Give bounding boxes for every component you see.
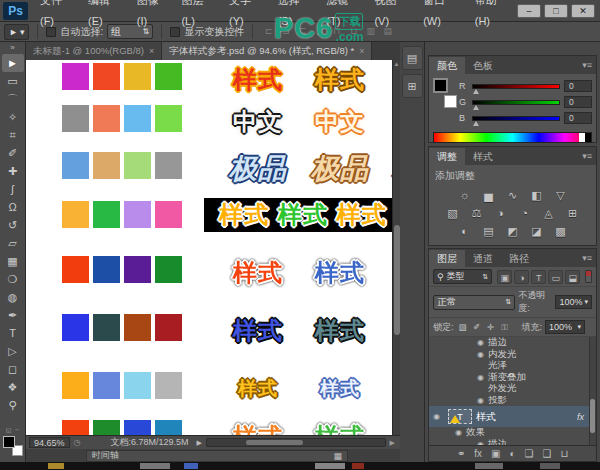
lock-position-icon[interactable]: ✛ bbox=[485, 321, 497, 333]
timeline-tab[interactable]: 时间轴 ▦ bbox=[86, 450, 348, 462]
black-white-icon[interactable]: ◑ bbox=[491, 205, 511, 221]
tab-swatches[interactable]: 色板 bbox=[465, 57, 501, 74]
menu-item[interactable]: 文件(F) bbox=[33, 0, 81, 32]
zoom-tool[interactable]: ⚲ bbox=[2, 396, 24, 414]
menu-item[interactable]: 图像(I) bbox=[130, 0, 175, 32]
posterize-icon[interactable]: ▤ bbox=[479, 223, 499, 239]
minimize-button[interactable]: – bbox=[517, 4, 541, 18]
collapse-panel-icon[interactable]: » bbox=[0, 42, 25, 54]
new-group-icon[interactable]: ❏ bbox=[524, 446, 533, 461]
vibrance-icon[interactable]: ▽ bbox=[551, 187, 571, 203]
threshold-icon[interactable]: ◩ bbox=[503, 223, 523, 239]
healing-brush-tool[interactable]: ✚ bbox=[2, 162, 24, 180]
filter-toggle-switch[interactable] bbox=[585, 270, 592, 283]
slider-thumb-icon[interactable] bbox=[473, 89, 479, 94]
filter-adjustment-icon[interactable]: ◑ bbox=[514, 270, 529, 284]
lock-all-icon[interactable]: ⚿ bbox=[499, 321, 511, 333]
crop-tool[interactable]: ⌗ bbox=[2, 126, 24, 144]
layers-scrollbar[interactable] bbox=[589, 337, 596, 445]
tab-channels[interactable]: 通道 bbox=[465, 250, 501, 267]
layer-style-icon[interactable]: fx bbox=[474, 446, 482, 461]
eye-icon[interactable]: ◉ bbox=[473, 440, 488, 445]
adjustment-layer-icon[interactable]: ◐ bbox=[509, 446, 515, 461]
menu-item[interactable]: 视图(V) bbox=[367, 0, 416, 32]
photo-filter-icon[interactable]: ◔ bbox=[515, 205, 535, 221]
channel-track[interactable] bbox=[472, 116, 560, 121]
tab-color[interactable]: 颜色 bbox=[429, 57, 465, 74]
color-lookup-icon[interactable]: ⊞ bbox=[563, 205, 583, 221]
foreground-background-swatches[interactable] bbox=[3, 436, 23, 456]
brush-tool[interactable]: ʃ bbox=[2, 180, 24, 198]
blur-tool[interactable]: ❍ bbox=[2, 270, 24, 288]
filter-type-icon[interactable]: T bbox=[531, 270, 546, 284]
layer-effect-row[interactable]: 外发光 bbox=[429, 383, 596, 395]
lock-transparent-icon[interactable]: ▨ bbox=[457, 321, 469, 333]
quick-selection-tool[interactable]: ✧ bbox=[2, 108, 24, 126]
filter-kind-dropdown[interactable]: ⚲ 类型 ⇅ bbox=[433, 269, 492, 284]
selective-color-icon[interactable]: ◪ bbox=[527, 223, 547, 239]
exposure-icon[interactable]: ◧ bbox=[527, 187, 547, 203]
scroll-up-icon[interactable]: ▲ bbox=[393, 60, 400, 69]
hue-saturation-icon[interactable]: ▧ bbox=[443, 205, 463, 221]
channel-slider[interactable] bbox=[472, 100, 560, 105]
curves-icon[interactable]: ∿ bbox=[503, 187, 523, 203]
marquee-tool[interactable]: ▭ bbox=[2, 72, 24, 90]
layer-effect-row[interactable]: ◉投影 bbox=[429, 395, 596, 407]
menu-item[interactable]: 选择(S) bbox=[271, 0, 320, 32]
new-layer-icon[interactable]: ❑ bbox=[542, 446, 551, 461]
channel-mixer-icon[interactable]: ◬ bbox=[539, 205, 559, 221]
eraser-tool[interactable]: ▱ bbox=[2, 234, 24, 252]
tab-paths[interactable]: 路径 bbox=[501, 250, 537, 267]
link-layers-icon[interactable]: ⚭ bbox=[457, 446, 465, 461]
layer-mask-icon[interactable]: ▣ bbox=[491, 446, 500, 461]
levels-icon[interactable]: ▅ bbox=[479, 187, 499, 203]
type-tool[interactable]: T bbox=[2, 324, 24, 342]
character-panel-icon[interactable]: ⊞ bbox=[402, 74, 423, 98]
tab-styles[interactable]: 样式 bbox=[465, 148, 501, 165]
foreground-background-swatches[interactable] bbox=[433, 78, 459, 108]
menu-item[interactable]: 滤镜(T) bbox=[319, 0, 367, 32]
shape-tool[interactable]: ◻ bbox=[2, 360, 24, 378]
default-colors-icon[interactable]: ◱↔ bbox=[2, 426, 24, 434]
channel-slider[interactable] bbox=[472, 116, 560, 121]
clone-stamp-tool[interactable]: Ω bbox=[2, 198, 24, 216]
horizontal-scroll-thumb[interactable] bbox=[246, 440, 303, 445]
hand-tool[interactable]: ❖ bbox=[2, 378, 24, 396]
document-tab[interactable]: 未标题-1 @ 100%(RGB/8)× bbox=[26, 42, 162, 60]
background-color-swatch[interactable] bbox=[444, 95, 457, 108]
horizontal-scrollbar[interactable] bbox=[206, 438, 386, 447]
move-tool[interactable]: ► bbox=[2, 54, 24, 72]
eye-icon[interactable]: ◉ bbox=[473, 338, 488, 347]
history-brush-tool[interactable]: ↺ bbox=[2, 216, 24, 234]
gradient-tool[interactable]: ▦ bbox=[2, 252, 24, 270]
eye-icon[interactable]: ◉ bbox=[451, 428, 466, 437]
history-panel-icon[interactable]: ▤ bbox=[402, 46, 423, 70]
eyedropper-tool[interactable]: ✐ bbox=[2, 144, 24, 162]
channel-value[interactable]: 0 bbox=[564, 112, 592, 124]
brightness-contrast-icon[interactable]: ☼ bbox=[455, 187, 475, 203]
pen-tool[interactable]: ✒ bbox=[2, 306, 24, 324]
channel-track[interactable] bbox=[472, 84, 560, 89]
blend-mode-dropdown[interactable]: 正常 ⇅ bbox=[433, 295, 515, 310]
menu-item[interactable]: 窗口(W) bbox=[416, 0, 468, 32]
layers-scroll-thumb[interactable] bbox=[590, 399, 595, 433]
foreground-color-swatch[interactable] bbox=[433, 78, 448, 93]
delete-layer-icon[interactable]: ⊔ bbox=[560, 446, 568, 461]
channel-track[interactable] bbox=[472, 100, 560, 105]
menu-item[interactable]: 帮助(H) bbox=[468, 0, 517, 32]
layer-effect-row[interactable]: ◉描边 bbox=[429, 439, 596, 446]
black-cell[interactable] bbox=[585, 133, 591, 142]
scroll-right-icon[interactable]: ▶ bbox=[390, 439, 395, 447]
opacity-input[interactable]: 100% ▾ bbox=[555, 295, 592, 309]
panel-menu-icon[interactable]: ▾≡ bbox=[578, 250, 596, 267]
move-tool-preset[interactable]: ► ▾ bbox=[4, 24, 29, 40]
vertical-scrollbar[interactable]: ▲ bbox=[392, 60, 400, 435]
channel-slider[interactable] bbox=[472, 84, 560, 89]
tab-layers[interactable]: 图层 bbox=[429, 250, 465, 267]
close-button[interactable]: ✕ bbox=[571, 4, 595, 18]
invert-icon[interactable]: ◐ bbox=[455, 223, 475, 239]
panel-menu-icon[interactable]: ▾≡ bbox=[578, 148, 596, 165]
status-options-icon[interactable]: ▶ bbox=[197, 439, 202, 447]
slider-thumb-icon[interactable] bbox=[473, 121, 479, 126]
filter-smart-icon[interactable]: ⬓ bbox=[565, 270, 580, 284]
